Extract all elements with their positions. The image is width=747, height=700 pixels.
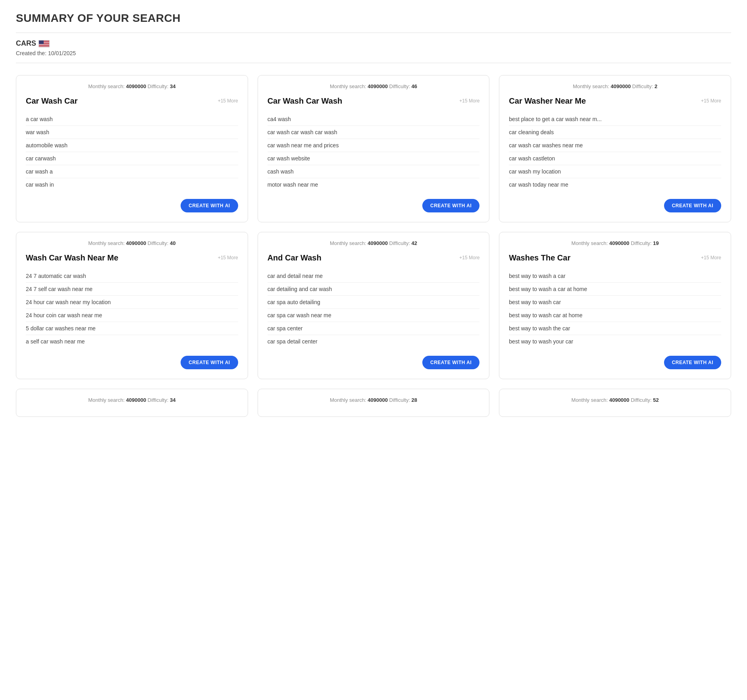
card-5: Monthly search: 4090000 Difficulty: 19 W… xyxy=(499,232,731,379)
card-footer-3: CREATE WITH AI xyxy=(26,356,238,369)
keyword-list-3: 24 7 automatic car wash24 7 self car was… xyxy=(26,270,238,348)
create-ai-button-4[interactable]: CREATE WITH AI xyxy=(422,356,479,369)
header-section: CARS Created the: 10/01/2025 xyxy=(16,33,731,63)
card-more-2: +15 More xyxy=(701,98,721,104)
keyword-item: 24 7 self car wash near me xyxy=(26,283,238,296)
keyword-item: war wash xyxy=(26,126,238,139)
card-title-row-4: And Car Wash +15 More xyxy=(268,253,480,262)
keyword-item: car wash my location xyxy=(509,165,721,178)
card-title-4: And Car Wash xyxy=(268,253,322,262)
keyword-item: car wash today near me xyxy=(509,178,721,191)
keyword-item: best way to wash a car xyxy=(509,270,721,283)
card-more-0: +15 More xyxy=(218,98,238,104)
keyword-item: car wash in xyxy=(26,178,238,191)
card-footer-5: CREATE WITH AI xyxy=(509,356,721,369)
page-title: SUMMARY OF YOUR SEARCH xyxy=(16,12,731,25)
keyword-item: best way to wash your car xyxy=(509,335,721,348)
keyword-item: cash wash xyxy=(268,165,480,178)
create-ai-button-5[interactable]: CREATE WITH AI xyxy=(664,356,721,369)
keyword-item: best way to wash a car at home xyxy=(509,283,721,296)
keyword-item: motor wash near me xyxy=(268,178,480,191)
keyword-item: car carwash xyxy=(26,152,238,165)
card-title-3: Wash Car Wash Near Me xyxy=(26,253,118,262)
keyword-item: 24 hour car wash near my location xyxy=(26,296,238,309)
keyword-item: car wash car washes near me xyxy=(509,139,721,152)
card-meta-1: Monthly search: 4090000 Difficulty: 46 xyxy=(268,83,480,89)
keyword-item: 24 7 automatic car wash xyxy=(26,270,238,283)
card-meta-5: Monthly search: 4090000 Difficulty: 19 xyxy=(509,240,721,246)
keyword-item: best place to get a car wash near m... xyxy=(509,113,721,126)
card-title-5: Washes The Car xyxy=(509,253,570,262)
partial-card-meta-1: Monthly search: 4090000 Difficulty: 28 xyxy=(268,397,480,403)
card-title-1: Car Wash Car Wash xyxy=(268,96,343,106)
keyword-item: best way to wash the car xyxy=(509,322,721,335)
project-name: CARS xyxy=(16,39,731,48)
keyword-item: car cleaning deals xyxy=(509,126,721,139)
keyword-list-2: best place to get a car wash near m...ca… xyxy=(509,113,721,191)
keyword-item: car wash a xyxy=(26,165,238,178)
create-ai-button-0[interactable]: CREATE WITH AI xyxy=(181,199,238,212)
card-title-row-2: Car Washer Near Me +15 More xyxy=(509,96,721,106)
keyword-item: car wash castleton xyxy=(509,152,721,165)
keyword-item: a self car wash near me xyxy=(26,335,238,348)
partial-card-1: Monthly search: 4090000 Difficulty: 28 xyxy=(258,389,490,417)
card-footer-0: CREATE WITH AI xyxy=(26,199,238,212)
keyword-item: car and detail near me xyxy=(268,270,480,283)
partial-cards-row: Monthly search: 4090000 Difficulty: 34 M… xyxy=(16,389,731,417)
keyword-item: ca4 wash xyxy=(268,113,480,126)
card-title-0: Car Wash Car xyxy=(26,96,77,106)
card-more-5: +15 More xyxy=(701,255,721,260)
card-footer-4: CREATE WITH AI xyxy=(268,356,480,369)
card-0: Monthly search: 4090000 Difficulty: 34 C… xyxy=(16,75,248,222)
card-meta-2: Monthly search: 4090000 Difficulty: 2 xyxy=(509,83,721,89)
keyword-item: car wash website xyxy=(268,152,480,165)
keyword-list-1: ca4 washcar wash car wash car washcar wa… xyxy=(268,113,480,191)
card-more-3: +15 More xyxy=(218,255,238,260)
keyword-item: 5 dollar car washes near me xyxy=(26,322,238,335)
card-title-row-3: Wash Car Wash Near Me +15 More xyxy=(26,253,238,262)
card-title-row-1: Car Wash Car Wash +15 More xyxy=(268,96,480,106)
keyword-item: car spa detail center xyxy=(268,335,480,348)
keyword-list-0: a car washwar washautomobile washcar car… xyxy=(26,113,238,191)
card-2: Monthly search: 4090000 Difficulty: 2 Ca… xyxy=(499,75,731,222)
card-footer-2: CREATE WITH AI xyxy=(509,199,721,212)
card-title-row-0: Car Wash Car +15 More xyxy=(26,96,238,106)
card-meta-3: Monthly search: 4090000 Difficulty: 40 xyxy=(26,240,238,246)
card-more-1: +15 More xyxy=(459,98,479,104)
flag-icon xyxy=(39,40,50,47)
project-name-text: CARS xyxy=(16,39,36,48)
card-more-4: +15 More xyxy=(459,255,479,260)
keyword-item: car detailing and car wash xyxy=(268,283,480,296)
keyword-item: car spa center xyxy=(268,322,480,335)
card-title-row-5: Washes The Car +15 More xyxy=(509,253,721,262)
keyword-item: a car wash xyxy=(26,113,238,126)
card-footer-1: CREATE WITH AI xyxy=(268,199,480,212)
created-date: Created the: 10/01/2025 xyxy=(16,50,731,56)
partial-card-meta-2: Monthly search: 4090000 Difficulty: 52 xyxy=(509,397,721,403)
keyword-list-4: car and detail near mecar detailing and … xyxy=(268,270,480,348)
keyword-item: best way to wash car at home xyxy=(509,309,721,322)
partial-card-0: Monthly search: 4090000 Difficulty: 34 xyxy=(16,389,248,417)
card-meta-4: Monthly search: 4090000 Difficulty: 42 xyxy=(268,240,480,246)
keyword-item: car wash near me and prices xyxy=(268,139,480,152)
card-3: Monthly search: 4090000 Difficulty: 40 W… xyxy=(16,232,248,379)
partial-card-2: Monthly search: 4090000 Difficulty: 52 xyxy=(499,389,731,417)
keyword-item: car spa auto detailing xyxy=(268,296,480,309)
keyword-item: 24 hour coin car wash near me xyxy=(26,309,238,322)
cards-grid: Monthly search: 4090000 Difficulty: 34 C… xyxy=(16,75,731,379)
create-ai-button-3[interactable]: CREATE WITH AI xyxy=(181,356,238,369)
card-title-2: Car Washer Near Me xyxy=(509,96,586,106)
keyword-list-5: best way to wash a carbest way to wash a… xyxy=(509,270,721,348)
card-meta-0: Monthly search: 4090000 Difficulty: 34 xyxy=(26,83,238,89)
keyword-item: automobile wash xyxy=(26,139,238,152)
keyword-item: car wash car wash car wash xyxy=(268,126,480,139)
create-ai-button-1[interactable]: CREATE WITH AI xyxy=(422,199,479,212)
create-ai-button-2[interactable]: CREATE WITH AI xyxy=(664,199,721,212)
partial-card-meta-0: Monthly search: 4090000 Difficulty: 34 xyxy=(26,397,238,403)
card-1: Monthly search: 4090000 Difficulty: 46 C… xyxy=(258,75,490,222)
keyword-item: car spa car wash near me xyxy=(268,309,480,322)
keyword-item: best way to wash car xyxy=(509,296,721,309)
card-4: Monthly search: 4090000 Difficulty: 42 A… xyxy=(258,232,490,379)
